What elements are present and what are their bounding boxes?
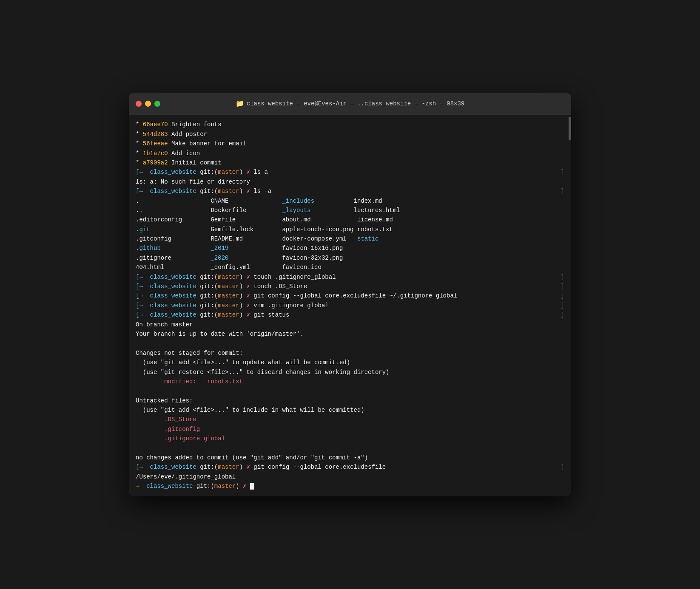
status-branch: On branch master [136,320,564,329]
traffic-lights [136,101,160,107]
git-log-4: * 1b1a7c0 Add icon [136,149,564,158]
git-log-5: * a7909a2 Initial commit [136,158,564,167]
status-no-changes: no changes added to commit (use "git add… [136,453,564,462]
status-gitignore-global: .gitignore_global [136,434,564,443]
ls-row-2: .. Dockerfile _layouts lectures.html [136,206,564,215]
window-title: 📁 class_website — eve@Eves-Air — ..class… [236,99,464,108]
prompt-git-config: [→ class_website git:(master) ✗ git conf… [136,291,564,300]
terminal-window: 📁 class_website — eve@Eves-Air — ..class… [129,93,571,496]
excludesfile-path: /Users/eve/.gitignore_global [136,472,564,481]
status-blank-1 [136,339,564,348]
close-button[interactable] [136,101,142,107]
git-log-1: * 66aee70 Brighten fonts [136,120,564,129]
titlebar: 📁 class_website — eve@Eves-Air — ..class… [129,93,571,115]
ls-row-4: .git Gemfile.lock apple-touch-icon.png r… [136,225,564,234]
git-log-2: * 544d283 Add poster [136,130,564,139]
ls-a-error: ls: a: No such file or directory [136,177,564,187]
status-hint-1: (use "git add <file>..." to update what … [136,358,564,367]
status-hint-2: (use "git restore <file>..." to discard … [136,368,564,377]
ls-row-5: .gitconfig README.md docker-compose.yml … [136,234,564,244]
folder-icon: 📁 [236,99,244,108]
minimize-button[interactable] [145,101,151,107]
prompt-final: → class_website git:(master) ✗ [136,481,564,491]
status-hint-3: (use "git add <file>..." to include in w… [136,405,564,415]
prompt-touch-ds-store: [→ class_website git:(master) ✗ touch .D… [136,282,564,291]
prompt-ls-dash-a: [→ class_website git:(master) ✗ ls -a] [136,187,564,196]
prompt-git-config-2: [→ class_website git:(master) ✗ git conf… [136,462,564,472]
ls-row-8: 404.html _config.yml favicon.ico [136,263,564,272]
prompt-vim: [→ class_website git:(master) ✗ vim .git… [136,301,564,310]
ls-row-6: .github _2019 favicon-16x16.png [136,244,564,253]
status-modified: modified: robots.txt [136,377,564,386]
prompt-git-status: [→ class_website git:(master) ✗ git stat… [136,310,564,320]
scrollbar-thumb[interactable] [569,117,571,140]
prompt-ls-a: [→ class_website git:(master) ✗ ls a] [136,167,564,177]
ls-row-3: .editorconfig Gemfile about.md license.m… [136,215,564,224]
cursor [250,483,254,490]
status-changes-header: Changes not staged for commit: [136,348,564,358]
terminal-body[interactable]: * 66aee70 Brighten fonts * 544d283 Add p… [129,115,571,496]
ls-row-7: .gitignore _2020 favicon-32x32.png [136,253,564,263]
status-blank-2 [136,386,564,396]
ls-row-1: . CNAME _includes index.md [136,196,564,206]
status-gitconfig: .gitconfig [136,425,564,434]
status-ds-store: .DS_Store [136,415,564,424]
status-blank-3 [136,444,564,453]
git-log-3: * 56feeae Make banner for email [136,139,564,148]
status-untracked-header: Untracked files: [136,396,564,405]
maximize-button[interactable] [154,101,160,107]
status-uptodate: Your branch is up to date with 'origin/m… [136,329,564,339]
prompt-touch-gitignore: [→ class_website git:(master) ✗ touch .g… [136,272,564,282]
